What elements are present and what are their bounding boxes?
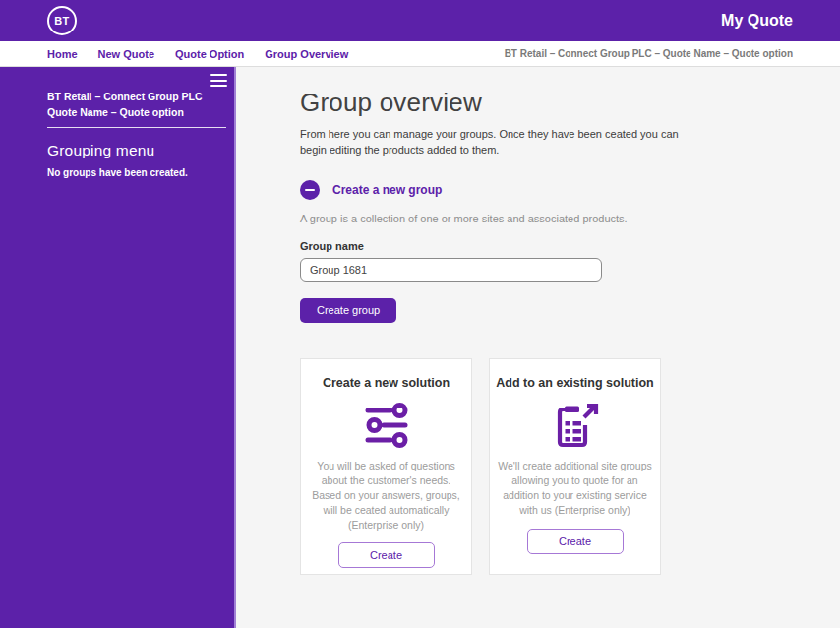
sidebar-empty-message: No groups have been created. <box>47 167 226 178</box>
main-content: Group overview From here you can manage … <box>236 67 840 628</box>
page-title: Group overview <box>300 88 840 118</box>
card-add-existing-solution: Add to an existing solution <box>489 358 661 575</box>
breadcrumb: BT Retail – Connect Group PLC – Quote Na… <box>505 48 793 59</box>
sidebar-divider <box>47 127 226 128</box>
nav-item-home[interactable]: Home <box>47 48 78 60</box>
page-header-title: My Quote <box>721 12 793 30</box>
solution-cards: Create a new solution You will be asked … <box>300 358 840 575</box>
nav-item-new-quote[interactable]: New Quote <box>98 48 154 60</box>
card-description: You will be asked of questions about the… <box>301 459 471 533</box>
card-description: We'll create additional site groups allo… <box>490 459 660 518</box>
nav-links: Home New Quote Quote Option Group Overvi… <box>47 48 348 60</box>
bt-logo-text: BT <box>54 15 69 27</box>
nav-item-group-overview[interactable]: Group Overview <box>265 48 348 60</box>
card-title: Add to an existing solution <box>490 376 660 390</box>
nav-item-quote-option[interactable]: Quote Option <box>175 48 244 60</box>
clipboard-arrow-icon <box>552 403 599 448</box>
create-group-button[interactable]: Create group <box>300 298 396 323</box>
page-intro: From here you can manage your groups. On… <box>300 127 695 158</box>
sliders-icon <box>364 403 409 448</box>
hamburger-menu-icon[interactable] <box>210 74 227 91</box>
sidebar: BT Retail – Connect Group PLC Quote Name… <box>0 67 236 628</box>
group-name-label: Group name <box>300 240 840 252</box>
group-name-input[interactable] <box>300 258 602 282</box>
group-description: A group is a collection of one or more s… <box>300 213 840 224</box>
card-title: Create a new solution <box>301 376 471 390</box>
minus-circle-icon[interactable] <box>300 180 320 200</box>
create-group-toggle[interactable]: Create a new group <box>300 180 840 200</box>
bt-logo[interactable]: BT <box>47 6 77 35</box>
card-create-button[interactable]: Create <box>338 542 435 568</box>
top-header: BT My Quote <box>0 0 840 41</box>
sidebar-grouping-menu-title: Grouping menu <box>47 142 226 159</box>
app-window: BT My Quote Home New Quote Quote Option … <box>0 0 840 628</box>
create-group-toggle-label: Create a new group <box>332 183 442 197</box>
sidebar-account-line2: Quote Name – Quote option <box>47 104 226 120</box>
card-create-new-solution: Create a new solution You will be asked … <box>300 358 472 575</box>
navbar: Home New Quote Quote Option Group Overvi… <box>0 41 840 67</box>
sidebar-account-line1: BT Retail – Connect Group PLC <box>47 89 226 104</box>
card-create-button[interactable]: Create <box>527 529 624 554</box>
